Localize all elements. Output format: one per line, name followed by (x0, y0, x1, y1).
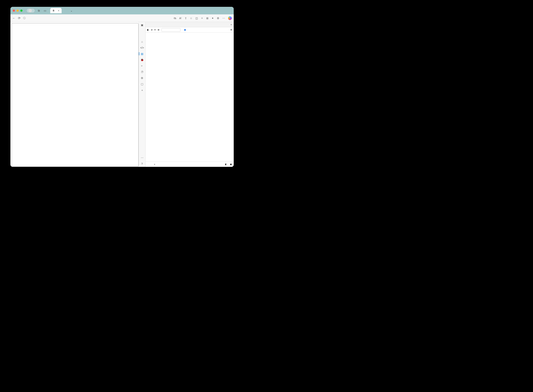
browser-window: ⧉ ▭ 🗎 × ⌄ ← ⟳ ⓘ 🛍 A⁾ ⇪ ☆ ◫ ✧ ⊞ ✦ ⚙ ⋯ (10, 7, 234, 167)
page-icon: 🗎 (52, 9, 55, 12)
toolbar-actions: 🛍 A⁾ ⇪ ☆ ◫ ✧ ⊞ ✦ ⚙ ⋯ (174, 16, 232, 20)
memory-icon[interactable]: ⚙ (141, 76, 143, 79)
window-controls (13, 9, 23, 12)
sidebar-toggle-icon[interactable]: ◧ (147, 29, 149, 31)
devtools-header: × (146, 22, 234, 27)
share-icon[interactable]: ⇪ (185, 17, 187, 20)
devtools-close-button[interactable]: × (231, 23, 232, 26)
add-tool-icon[interactable]: ＋ (141, 89, 143, 92)
welcome-icon[interactable]: ⌂ (141, 40, 143, 43)
browser-toolbar: ← ⟳ ⓘ 🛍 A⁾ ⇪ ☆ ◫ ✧ ⊞ ✦ ⚙ ⋯ (10, 14, 234, 22)
console-settings-icon[interactable]: ⚙ (230, 29, 232, 31)
close-window-button[interactable] (13, 9, 15, 12)
page-content (12, 23, 138, 167)
maximize-window-button[interactable] (20, 9, 23, 12)
console-toolbar: ◧ ⊘ ▾ 👁 ⚙ (146, 27, 234, 33)
refresh-button[interactable]: ⟳ (18, 16, 20, 20)
context-selector[interactable]: ▾ (154, 29, 156, 31)
drawer-dock-icon[interactable]: ◧ (225, 163, 227, 166)
close-tab-button[interactable]: × (58, 9, 59, 12)
issue-dot-icon (184, 29, 186, 31)
devtools-panel: × ◧ ⊘ ▾ 👁 ⚙ ＋ ◧ ▣ (145, 22, 234, 167)
debugger-icon[interactable]: 🐞 (140, 58, 144, 61)
performance-tab-icon[interactable]: ⏱ (141, 70, 143, 74)
new-tab-button[interactable] (63, 8, 68, 13)
performance-icon[interactable]: ⚙ (217, 17, 219, 20)
copilot-icon[interactable] (228, 16, 232, 20)
split-screen-icon[interactable]: ◫ (195, 17, 198, 20)
favorite-icon[interactable]: ☆ (190, 17, 192, 20)
back-button[interactable]: ← (12, 16, 15, 20)
network-icon[interactable]: ᯤ (141, 64, 143, 67)
drawer-add-icon[interactable]: ＋ (153, 163, 156, 166)
avatar-icon (29, 9, 32, 12)
help-icon[interactable]: ? (141, 162, 143, 165)
elements-icon[interactable]: </> (140, 46, 144, 49)
site-info-icon[interactable]: ⓘ (23, 16, 26, 20)
live-expression-icon[interactable]: 👁 (157, 29, 160, 31)
extensions-icon[interactable]: ✦ (212, 17, 214, 20)
filter-input[interactable] (162, 28, 181, 32)
profile-switcher[interactable] (26, 8, 35, 13)
browser-tab[interactable]: 🗎 × (50, 8, 62, 13)
console-icon[interactable]: ▤ (141, 52, 143, 55)
vertical-tabs-icon[interactable]: ▭ (43, 8, 47, 13)
minimize-window-button[interactable] (16, 9, 19, 12)
read-aloud-icon[interactable]: A⁾ (179, 17, 181, 20)
devtools-drawer: ＋ ◧ ▣ (146, 162, 234, 167)
workspaces-icon[interactable]: ⧉ (37, 8, 41, 13)
more-tools-icon[interactable]: ⋯ (141, 156, 143, 159)
collections-icon[interactable]: ⊞ (206, 17, 209, 20)
drawer-expand-icon[interactable]: ▣ (230, 163, 232, 166)
issues-badge[interactable] (184, 29, 186, 31)
address-bar[interactable]: ⓘ (23, 16, 171, 20)
titlebar: ⧉ ▭ 🗎 × ⌄ (10, 7, 234, 14)
tab-actions-button[interactable]: ⌄ (69, 8, 74, 13)
favorites-bar-icon[interactable]: ✧ (201, 17, 203, 20)
console-output[interactable] (146, 33, 234, 162)
application-icon[interactable]: ▢ (141, 83, 143, 86)
inspect-icon[interactable]: ▣ (141, 23, 143, 27)
clear-console-button[interactable]: ⊘ (151, 29, 152, 31)
shopping-icon[interactable]: 🛍 (174, 17, 176, 20)
more-icon[interactable]: ⋯ (222, 17, 225, 20)
devtools-activity-bar: ▣ ⌂ </> ▤ 🐞 ᯤ ⏱ ⚙ ▢ ＋ ⋯ ? (138, 22, 145, 167)
